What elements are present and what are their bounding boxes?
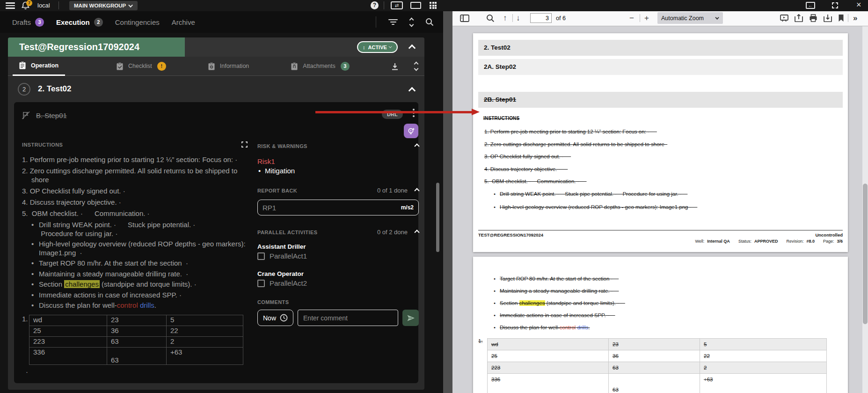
tab-contingencies-label: Contingencies xyxy=(115,18,160,26)
save-icon[interactable] xyxy=(824,14,832,22)
now-button[interactable]: Now xyxy=(257,310,293,326)
parallel-activity-label: ParallelAct1 xyxy=(270,252,307,260)
instruction-item: 1. Perform pre-job meeting prior to star… xyxy=(22,155,248,164)
updown-arrow-icon: ↕ xyxy=(363,44,365,50)
chevron-down-icon xyxy=(715,15,719,19)
tab-execution[interactable]: Execution 2 xyxy=(56,18,103,27)
drills-blue-link[interactable]: drills xyxy=(138,301,154,309)
send-button[interactable] xyxy=(402,310,419,326)
display-icon[interactable] xyxy=(410,2,421,9)
bookmark-icon[interactable] xyxy=(838,14,844,22)
zoom-select-value: Automatic Zoom xyxy=(661,15,704,22)
instructions-list: 1. Perform pre-job meeting prior to star… xyxy=(22,155,248,218)
more-tools-icon[interactable]: » xyxy=(853,10,857,26)
collapse-parallel-chevron-icon[interactable] xyxy=(414,230,419,235)
collapse-procedure-chevron-icon[interactable] xyxy=(408,44,416,52)
comment-input[interactable] xyxy=(298,310,398,326)
risk-name[interactable]: Risk1 xyxy=(257,157,419,165)
expand-collapse-icon[interactable] xyxy=(415,62,418,70)
help-icon[interactable]: ? xyxy=(371,1,379,9)
table-cell: wd xyxy=(29,315,107,326)
collapse-risk-chevron-icon[interactable] xyxy=(414,143,419,148)
sidebar-toggle-icon[interactable] xyxy=(460,15,469,22)
tab-archive[interactable]: Archive xyxy=(172,18,195,26)
divider xyxy=(384,1,384,9)
table-cell: 25 xyxy=(488,350,609,362)
report-input[interactable] xyxy=(263,204,401,212)
clipboard-icon xyxy=(19,61,26,69)
pdf-instruction-table: wd 23 5 25 36 22 223 63 2 xyxy=(487,338,827,393)
flag-slash-icon xyxy=(22,111,30,120)
filter-icon[interactable] xyxy=(388,18,398,26)
fullscreen-expand-icon[interactable] xyxy=(241,141,248,148)
table-cell: 63 xyxy=(609,374,700,393)
instruction-item: 5. OBM checklist. · Communication. · xyxy=(22,209,248,218)
parallel-progress: 0 of 2 done xyxy=(377,229,408,236)
open-file-icon[interactable] xyxy=(795,14,803,22)
tab-checklist[interactable]: Checklist ! xyxy=(110,57,173,76)
add-risk-button[interactable] xyxy=(404,124,418,138)
workgroup-selector[interactable]: MAIN WORKGROUP xyxy=(69,1,138,10)
pdf-search-icon[interactable] xyxy=(486,14,495,22)
zoom-in-button[interactable]: + xyxy=(644,10,649,26)
close-icon[interactable]: × xyxy=(856,0,861,10)
instruction-bullet: Maintaining a steady manageable drilling… xyxy=(31,270,248,279)
tab-drafts[interactable]: Drafts 3 xyxy=(12,18,44,27)
pdf-instruction-item: 5. OBM checklist. · Communication. · xyxy=(484,178,843,185)
zoom-out-button[interactable]: − xyxy=(629,10,634,26)
challenges-highlight: challenges xyxy=(64,280,100,288)
search-icon[interactable] xyxy=(425,18,434,26)
drills-blue-link: drills xyxy=(576,325,588,330)
instruction-item: 4. Discuss trajectory objective. · xyxy=(22,198,248,207)
lightbulb-plus-icon xyxy=(407,127,416,135)
table-list-marker: 1. xyxy=(22,315,29,365)
tab-information[interactable]: Information xyxy=(202,57,256,76)
pdf-bullet: Drill string WEAK point. · Stuck pipe po… xyxy=(494,191,843,197)
status-dropdown[interactable]: ↕ ACTIVE xyxy=(357,41,398,53)
instruction-bullet: Section challenges (standpipe and torque… xyxy=(31,280,248,289)
pdf-toolbar: ↑ ↓ of 6 − + Automatic Zoom xyxy=(452,10,868,26)
panel-splitter[interactable] xyxy=(443,11,452,393)
apps-grid-icon[interactable] xyxy=(430,2,437,9)
fullscreen-icon[interactable] xyxy=(832,2,838,8)
presentation-mode-icon[interactable] xyxy=(780,15,788,22)
instructions-label: INSTRUCTIONS xyxy=(22,142,63,148)
left-panel-scrollbar[interactable] xyxy=(436,183,439,252)
collapse-section-chevron-icon[interactable] xyxy=(408,87,416,95)
tab-operation[interactable]: Operation xyxy=(13,57,65,76)
console-swap-icon[interactable]: ⇄ xyxy=(391,1,403,9)
print-icon[interactable] xyxy=(809,14,817,22)
page-down-icon[interactable]: ↓ xyxy=(516,10,520,26)
tab-contingencies[interactable]: Contingencies xyxy=(115,18,160,26)
checklist-alert-badge: ! xyxy=(157,62,166,71)
tab-archive-label: Archive xyxy=(172,18,195,26)
report-field: m/s2 xyxy=(257,200,419,215)
tab-attachments[interactable]: Attachments 3 xyxy=(284,57,356,76)
bullet-text: . xyxy=(154,301,156,309)
tab-drafts-label: Drafts xyxy=(12,18,31,26)
sort-icon[interactable] xyxy=(410,18,413,26)
top-bar: 7 local MAIN WORKGROUP ? ⇄ ← × xyxy=(0,0,868,11)
parallel-checkbox[interactable] xyxy=(257,252,265,260)
step-card: B. Step01 DRL INSTRUCTIONS 1. Perform pr… xyxy=(14,102,418,383)
collapse-report-chevron-icon[interactable] xyxy=(414,188,419,193)
pdf-bullet: Section challenges (standpipe and torque… xyxy=(494,300,843,306)
page-number-input[interactable] xyxy=(530,13,552,23)
table-cell: 36 xyxy=(609,350,700,362)
instruction-bullet: Drill string WEAK point. · Stuck pipe po… xyxy=(31,221,248,238)
pdf-scrollbar-thumb[interactable] xyxy=(863,184,868,324)
table-cell: 36 xyxy=(107,326,167,336)
procedure-title: Test@Regression17092024 xyxy=(19,42,139,52)
footer-page-value: 3/6 xyxy=(837,239,843,244)
parallel-checkbox[interactable] xyxy=(257,280,265,287)
page-up-icon[interactable]: ↑ xyxy=(503,10,507,26)
divider xyxy=(512,14,513,22)
download-icon[interactable] xyxy=(391,63,399,70)
zoom-select[interactable]: Automatic Zoom xyxy=(657,12,723,24)
side-panel-toggle-icon[interactable]: ← xyxy=(806,2,815,9)
pdf-scrollbar[interactable] xyxy=(862,26,868,393)
hamburger-menu-icon[interactable] xyxy=(6,2,15,9)
divider xyxy=(848,14,848,22)
table-cell: 223 xyxy=(488,362,609,374)
kebab-menu-icon[interactable] xyxy=(413,109,415,111)
